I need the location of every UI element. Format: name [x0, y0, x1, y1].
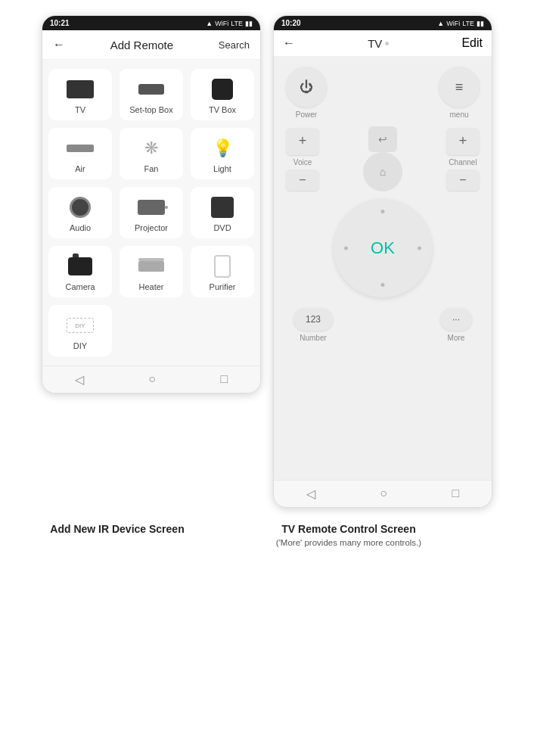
- channel-label: Channel: [449, 158, 477, 166]
- voice-group: + Voice −: [286, 128, 319, 191]
- fan-label: Fan: [144, 164, 159, 173]
- device-item-diy[interactable]: DIY DIY: [48, 305, 112, 356]
- device-item-settopbox[interactable]: Set-top Box: [120, 69, 183, 120]
- projector-icon: [136, 196, 166, 219]
- projector-label: Projector: [135, 223, 168, 232]
- device-item-camera[interactable]: Camera: [48, 246, 112, 297]
- number-group: 123 Number: [293, 308, 333, 342]
- number-button[interactable]: 123: [293, 308, 333, 331]
- left-phone-frame: 10:21 ▲ WiFi LTE ▮▮ ← Add Remote Search …: [42, 15, 261, 394]
- dvd-label: DVD: [213, 223, 231, 232]
- left-search-button[interactable]: Search: [219, 39, 250, 51]
- tv-remote-content: ⏻ Power ≡ menu + Voice −: [274, 56, 492, 480]
- menu-button[interactable]: ≡: [439, 67, 480, 107]
- device-item-audio[interactable]: Audio: [48, 187, 112, 238]
- device-item-heater[interactable]: Heater: [120, 246, 183, 297]
- settopbox-icon: [136, 78, 166, 101]
- power-button[interactable]: ⏻: [286, 67, 327, 107]
- right-phone-frame: 10:20 ▲ WiFi LTE ▮▮ ← TV Edit ⏻ Pow: [273, 15, 492, 508]
- more-group: ··· More: [440, 308, 472, 342]
- heater-icon: [136, 255, 166, 278]
- channel-plus-button[interactable]: +: [446, 128, 480, 155]
- device-grid: TV Set-top Box TV Box Air ❋ Fan 💡 Light: [42, 60, 260, 366]
- left-nav-recent[interactable]: □: [221, 372, 228, 387]
- right-time: 10:20: [281, 19, 301, 27]
- nav-cross: ↩ ⌂: [363, 126, 402, 191]
- diy-icon: DIY: [65, 314, 95, 337]
- ok-dot-top: [381, 210, 385, 213]
- camera-icon: [65, 255, 95, 278]
- remote-middle-row: + Voice − ↩ ⌂ + Channel −: [286, 126, 480, 191]
- tvbox-icon: [207, 78, 238, 101]
- ok-label: OK: [371, 238, 395, 258]
- right-nav-bar: ◁ ○ □: [274, 480, 492, 507]
- more-button[interactable]: ···: [440, 308, 472, 331]
- captions-row: Add New IR Device Screen TV Remote Contr…: [8, 523, 526, 547]
- device-item-air[interactable]: Air: [48, 128, 112, 179]
- nav-home-button[interactable]: ⌂: [363, 152, 402, 191]
- right-edit-button[interactable]: Edit: [461, 36, 483, 50]
- remote-bottom-row: 123 Number ··· More: [286, 308, 480, 342]
- menu-label: menu: [449, 110, 468, 119]
- air-label: Air: [75, 164, 85, 173]
- right-nav-back[interactable]: ◁: [306, 487, 315, 501]
- diy-label: DIY: [73, 341, 87, 350]
- left-back-button[interactable]: ←: [53, 38, 65, 51]
- channel-minus-button[interactable]: −: [446, 170, 480, 191]
- ok-circle[interactable]: OK: [334, 199, 432, 297]
- nav-middle-row: ⌂: [363, 152, 402, 191]
- nav-top-row: ↩: [368, 126, 397, 152]
- tv-icon: [65, 78, 95, 101]
- voice-minus-button[interactable]: −: [286, 170, 319, 191]
- ok-dot-bottom: [381, 283, 385, 287]
- left-status-icons: ▲ WiFi LTE ▮▮: [206, 20, 253, 27]
- nav-up-button[interactable]: ↩: [368, 126, 397, 152]
- more-label: More: [448, 334, 465, 342]
- right-app-header: ← TV Edit: [274, 30, 492, 56]
- right-nav-home[interactable]: ○: [380, 487, 387, 501]
- right-caption-sub: ('More' provides many more controls.): [239, 538, 458, 547]
- number-label: Number: [300, 334, 327, 342]
- right-caption-title: TV Remote Control Screen: [239, 523, 458, 535]
- device-item-light[interactable]: 💡 Light: [191, 128, 254, 179]
- left-header-title: Add Remote: [110, 39, 173, 51]
- left-time: 10:21: [50, 19, 70, 27]
- tvbox-label: TV Box: [209, 105, 236, 114]
- power-label: Power: [296, 110, 317, 119]
- left-status-bar: 10:21 ▲ WiFi LTE ▮▮: [42, 16, 260, 30]
- camera-label: Camera: [65, 282, 95, 291]
- left-caption-title: Add New IR Device Screen: [8, 523, 227, 535]
- power-group: ⏻ Power: [286, 67, 327, 119]
- device-item-tv[interactable]: TV: [48, 69, 112, 120]
- ok-dot-right: [418, 247, 421, 250]
- voice-plus-button[interactable]: +: [286, 128, 319, 155]
- light-icon: 💡: [207, 137, 238, 160]
- left-nav-bar: ◁ ○ □: [42, 366, 260, 393]
- device-item-tvbox[interactable]: TV Box: [191, 69, 254, 120]
- right-caption: TV Remote Control Screen ('More' provide…: [239, 523, 458, 547]
- right-status-icons: ▲ WiFi LTE ▮▮: [437, 20, 484, 27]
- device-item-purifier[interactable]: Purifier: [191, 246, 254, 297]
- purifier-label: Purifier: [210, 282, 236, 291]
- ok-dot-left: [344, 247, 348, 250]
- heater-label: Heater: [138, 282, 163, 291]
- right-back-button[interactable]: ←: [283, 36, 295, 50]
- settopbox-label: Set-top Box: [129, 105, 172, 114]
- device-item-dvd[interactable]: DVD: [191, 187, 254, 238]
- remote-top-row: ⏻ Power ≡ menu: [286, 67, 480, 119]
- audio-label: Audio: [70, 223, 91, 232]
- audio-icon: [65, 196, 95, 219]
- voice-label: Voice: [293, 158, 312, 166]
- menu-group: ≡ menu: [439, 67, 480, 119]
- right-header-dot: [385, 42, 389, 45]
- channel-group: + Channel −: [446, 128, 480, 191]
- left-app-header: ← Add Remote Search: [42, 30, 260, 60]
- light-label: Light: [213, 164, 231, 173]
- device-item-projector[interactable]: Projector: [120, 187, 183, 238]
- device-item-fan[interactable]: ❋ Fan: [120, 128, 183, 179]
- air-icon: [65, 137, 95, 160]
- right-nav-recent[interactable]: □: [452, 487, 460, 501]
- left-caption: Add New IR Device Screen: [8, 523, 227, 547]
- left-nav-back[interactable]: ◁: [75, 372, 84, 387]
- left-nav-home[interactable]: ○: [148, 372, 156, 387]
